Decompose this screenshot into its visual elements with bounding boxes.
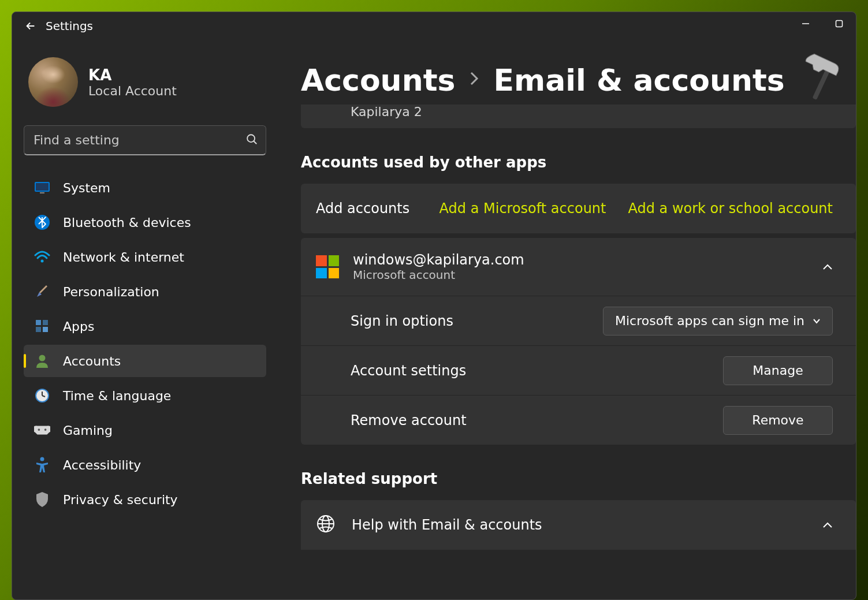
window-controls [789, 12, 856, 35]
nav: System Bluetooth & devices Network & int… [24, 172, 266, 516]
svg-rect-10 [43, 320, 48, 325]
nav-label: Personalization [63, 285, 159, 299]
nav-label: Apps [63, 319, 94, 334]
maximize-button[interactable] [822, 12, 856, 35]
system-icon [34, 180, 50, 196]
signin-options-label: Sign in options [316, 313, 603, 329]
account-type: Microsoft account [353, 268, 524, 282]
remove-account-row: Remove account Remove [301, 395, 856, 445]
section-heading-related-support: Related support [301, 470, 856, 487]
shield-icon [34, 491, 50, 508]
gamepad-icon [34, 422, 50, 438]
search-icon[interactable] [245, 133, 258, 148]
main-content: Accounts Email & accounts Kapilarya 2 Ac… [278, 40, 856, 599]
search-input[interactable] [24, 125, 266, 155]
search-wrap [24, 125, 266, 155]
sidebar-item-gaming[interactable]: Gaming [24, 414, 266, 446]
account-email: windows@kapilarya.com [353, 252, 524, 268]
manage-button[interactable]: Manage [723, 356, 833, 385]
svg-point-13 [39, 355, 46, 362]
svg-rect-1 [836, 21, 843, 27]
settings-window: Settings KA Local Account [12, 12, 856, 600]
maximize-icon [835, 20, 843, 28]
nav-label: Bluetooth & devices [63, 215, 191, 230]
breadcrumb-parent[interactable]: Accounts [301, 63, 455, 98]
paintbrush-icon [34, 284, 50, 300]
remove-account-label: Remove account [316, 412, 723, 428]
sidebar-item-network[interactable]: Network & internet [24, 241, 266, 273]
partial-account-name: Kapilarya 2 [351, 105, 856, 119]
account-settings-row: Account settings Manage [301, 345, 856, 395]
app-title: Settings [46, 19, 93, 33]
back-button[interactable] [19, 14, 42, 38]
user-name: KA [88, 66, 177, 84]
section-heading-other-apps: Accounts used by other apps [301, 154, 856, 171]
nav-label: Accessibility [63, 458, 141, 472]
svg-point-19 [44, 428, 47, 431]
bluetooth-icon [34, 214, 50, 230]
svg-point-2 [247, 135, 255, 142]
nav-label: Privacy & security [63, 493, 178, 507]
back-arrow-icon [24, 20, 37, 32]
nav-label: System [63, 181, 110, 195]
svg-rect-9 [36, 320, 41, 325]
minimize-button[interactable] [789, 12, 822, 35]
microsoft-logo-icon [316, 255, 339, 278]
help-email-accounts-row[interactable]: Help with Email & accounts [301, 500, 856, 550]
signin-options-value: Microsoft apps can sign me in [615, 314, 804, 328]
sidebar-item-privacy[interactable]: Privacy & security [24, 483, 266, 516]
help-email-accounts-label: Help with Email & accounts [352, 517, 806, 533]
svg-rect-11 [36, 327, 41, 332]
breadcrumb-current: Email & accounts [493, 63, 784, 98]
remove-button[interactable]: Remove [723, 406, 833, 435]
sidebar-item-time-language[interactable]: Time & language [24, 379, 266, 412]
nav-label: Network & internet [63, 250, 184, 264]
svg-rect-5 [36, 183, 49, 191]
chevron-up-icon [822, 262, 833, 273]
svg-line-3 [254, 141, 256, 144]
nav-label: Gaming [63, 423, 113, 438]
chevron-up-icon [822, 520, 833, 531]
chevron-right-icon [469, 70, 479, 91]
add-accounts-label: Add accounts [316, 200, 439, 217]
minimize-icon [802, 20, 810, 28]
sidebar-item-accounts[interactable]: Accounts [24, 345, 266, 377]
signin-options-row: Sign in options Microsoft apps can sign … [301, 296, 856, 345]
partial-account-row[interactable]: Kapilarya 2 [301, 105, 856, 128]
accounts-icon [34, 353, 50, 369]
avatar [28, 57, 78, 107]
wifi-icon [34, 249, 50, 265]
account-header[interactable]: windows@kapilarya.com Microsoft account [301, 238, 856, 296]
sidebar-item-accessibility[interactable]: Accessibility [24, 449, 266, 481]
nav-label: Time & language [63, 389, 171, 403]
apps-icon [34, 318, 50, 334]
sidebar-item-bluetooth[interactable]: Bluetooth & devices [24, 206, 266, 238]
signin-options-dropdown[interactable]: Microsoft apps can sign me in [603, 307, 833, 336]
svg-point-8 [41, 260, 44, 263]
svg-point-20 [40, 457, 44, 461]
chevron-down-icon [813, 318, 821, 324]
add-microsoft-account-link[interactable]: Add a Microsoft account [439, 200, 606, 217]
sidebar-item-system[interactable]: System [24, 172, 266, 204]
account-settings-label: Account settings [316, 363, 723, 379]
add-accounts-row: Add accounts Add a Microsoft account Add… [301, 184, 856, 233]
sidebar-item-apps[interactable]: Apps [24, 310, 266, 342]
sidebar: KA Local Account System [12, 40, 278, 599]
breadcrumb: Accounts Email & accounts [301, 63, 856, 98]
svg-point-18 [38, 428, 40, 431]
user-subtitle: Local Account [88, 84, 177, 98]
sidebar-item-personalization[interactable]: Personalization [24, 275, 266, 308]
add-accounts-card: Add accounts Add a Microsoft account Add… [301, 184, 856, 233]
account-card: windows@kapilarya.com Microsoft account … [301, 238, 856, 445]
svg-rect-6 [40, 192, 44, 193]
nav-label: Accounts [63, 354, 121, 368]
user-block[interactable]: KA Local Account [24, 57, 266, 107]
titlebar: Settings [12, 12, 856, 40]
accessibility-icon [34, 457, 50, 473]
add-work-school-account-link[interactable]: Add a work or school account [628, 200, 833, 217]
globe-icon [316, 514, 336, 536]
svg-rect-12 [43, 327, 48, 332]
clock-icon [34, 387, 50, 404]
